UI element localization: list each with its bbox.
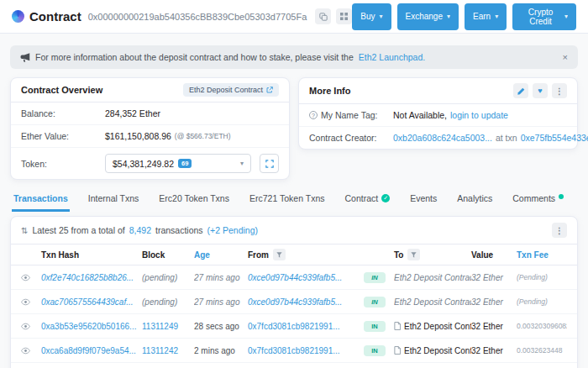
eth2-launchpad-link[interactable]: Eth2 Launchpad. bbox=[359, 52, 425, 62]
col-to: To bbox=[394, 249, 471, 260]
more-info-menu-button[interactable]: ⋮ bbox=[552, 83, 567, 98]
total-transactions-link[interactable]: 8,492 bbox=[129, 225, 151, 235]
contract-type-label: Eth2 Deposit Contract bbox=[189, 86, 263, 94]
eye-icon[interactable] bbox=[21, 274, 30, 281]
chevron-down-icon: ▾ bbox=[495, 13, 498, 20]
table-header: Txn Hash Block Age From To Value Txn Fee bbox=[11, 244, 577, 265]
token-dropdown[interactable]: $54,381,249.82 69 ▾ bbox=[105, 154, 251, 173]
tab-analytics[interactable]: Analytics bbox=[455, 190, 494, 212]
from-address-link[interactable]: 0xce0d97b44c939fafb5... bbox=[248, 297, 342, 307]
tab-erc721-token-txns[interactable]: Erc721 Token Txns bbox=[248, 190, 327, 212]
sort-icon: ⇅ bbox=[21, 226, 28, 235]
to-filter-button[interactable] bbox=[407, 249, 420, 260]
chevron-down-icon: ▾ bbox=[447, 13, 450, 20]
tab-contract[interactable]: Contract✓ bbox=[343, 190, 391, 212]
heart-icon: ♥ bbox=[538, 87, 542, 95]
login-to-update-link[interactable]: login to update bbox=[450, 110, 508, 120]
txn-table-body: 0xf2e740c16825b8b26... (pending) 27 mins… bbox=[11, 265, 577, 368]
token-total-value: $54,381,249.82 bbox=[113, 159, 174, 169]
crypto-credit-button[interactable]: Crypto Credit▾ bbox=[512, 3, 576, 30]
pencil-icon bbox=[517, 87, 525, 95]
table-row: 0x1d1a3815273eb9836... 11311239 2 mins a… bbox=[11, 363, 577, 368]
topbar: Contract 0x00000000219ab540356cBB839Cbe0… bbox=[0, 0, 588, 34]
copy-address-button[interactable] bbox=[315, 8, 331, 24]
kebab-icon: ⋮ bbox=[555, 226, 564, 235]
ether-value: $161,150,808.96 bbox=[105, 131, 171, 141]
eye-icon[interactable] bbox=[21, 323, 30, 330]
qr-code-button[interactable] bbox=[336, 8, 352, 24]
balance-label: Balance: bbox=[21, 108, 105, 118]
transactions-menu-button[interactable]: ⋮ bbox=[552, 223, 567, 238]
block-link[interactable]: (pending) bbox=[142, 273, 177, 282]
external-link-icon bbox=[266, 87, 273, 93]
age-text: 28 secs ago bbox=[194, 322, 248, 331]
direction-badge: IN bbox=[364, 345, 386, 356]
to-contract: Eth2 Deposit Contract bbox=[394, 346, 471, 355]
txn-hash-link[interactable]: 0xa3b53e95620b50166... bbox=[41, 322, 136, 331]
from-address-link[interactable]: 0xce0d97b44c939fafb5... bbox=[248, 273, 342, 282]
col-txn-hash: Txn Hash bbox=[41, 250, 142, 260]
to-contract: Eth2 Deposit Contract bbox=[394, 273, 471, 282]
banner-text: For more information about the deposit c… bbox=[35, 52, 354, 62]
txn-hash-link[interactable]: 0xac706575564439caf... bbox=[41, 297, 134, 307]
ether-value-row: Ether Value: $161,150,808.96 (@ $566.73/… bbox=[11, 125, 289, 148]
block-link[interactable]: 11311242 bbox=[142, 346, 178, 355]
from-address-link[interactable]: 0x7fcd3081cb9821991... bbox=[248, 322, 340, 331]
value-text: 32 Ether bbox=[471, 322, 517, 331]
edit-name-tag-button[interactable] bbox=[513, 83, 528, 98]
txn-fee-text: 0.003203096082 bbox=[517, 322, 567, 330]
tab-transactions[interactable]: Transactions bbox=[12, 190, 70, 212]
notification-dot bbox=[559, 194, 564, 199]
contract-doc-icon bbox=[394, 346, 401, 355]
topbar-actions: Buy▾Exchange▾Earn▾Crypto Credit▾ bbox=[352, 3, 576, 30]
eye-icon[interactable] bbox=[21, 347, 30, 355]
chevron-down-icon: ▾ bbox=[564, 13, 568, 20]
qr-code-icon bbox=[340, 13, 348, 20]
verified-check-icon: ✓ bbox=[381, 194, 390, 202]
contract-type-badge[interactable]: Eth2 Deposit Contract bbox=[183, 83, 279, 97]
chevron-down-icon: ▾ bbox=[240, 160, 244, 167]
from-address-link[interactable]: 0x7fcd3081cb9821991... bbox=[248, 346, 340, 355]
token-row: Token: $54,381,249.82 69 ▾ bbox=[11, 148, 289, 179]
tab-erc20-token-txns[interactable]: Erc20 Token Txns bbox=[157, 190, 231, 212]
table-row: 0xf2e740c16825b8b26... (pending) 27 mins… bbox=[11, 265, 577, 290]
creation-txn-link[interactable]: 0xe75fb554e433e0376... bbox=[521, 133, 588, 143]
exchange-button[interactable]: Exchange▾ bbox=[397, 3, 459, 30]
buy-button[interactable]: Buy▾ bbox=[352, 3, 391, 30]
tab-comments[interactable]: Comments bbox=[511, 190, 565, 212]
banner-close-button[interactable]: × bbox=[563, 52, 568, 62]
token-count-badge: 69 bbox=[178, 159, 192, 168]
overview-cards-row: Contract Overview Eth2 Deposit Contract … bbox=[10, 77, 578, 180]
txn-hash-link[interactable]: 0xca6a8d9f9f079e9a54... bbox=[41, 346, 136, 355]
kebab-icon: ⋮ bbox=[555, 87, 564, 96]
name-tag-row: ? My Name Tag: Not Available, login to u… bbox=[299, 104, 577, 127]
col-age[interactable]: Age bbox=[194, 250, 248, 260]
creator-address-link[interactable]: 0xb20a608c624ca5003... bbox=[393, 133, 492, 143]
balance-value: 284,352 Ether bbox=[105, 108, 279, 118]
favorite-button[interactable]: ♥ bbox=[533, 83, 548, 98]
from-filter-button[interactable] bbox=[273, 249, 286, 260]
eye-icon[interactable] bbox=[21, 298, 30, 306]
summary-prefix: Latest 25 from a total of bbox=[32, 225, 124, 235]
txn-fee-text: (Pending) bbox=[517, 297, 567, 306]
pending-transactions-link[interactable]: (+2 Pending) bbox=[207, 225, 258, 235]
tabs: TransactionsInternal TxnsErc20 Token Txn… bbox=[10, 190, 578, 212]
value-text: 32 Ether bbox=[471, 273, 517, 282]
earn-button[interactable]: Earn▾ bbox=[465, 3, 507, 30]
tab-internal-txns[interactable]: Internal Txns bbox=[87, 190, 141, 212]
to-contract: Eth2 Deposit Contract bbox=[394, 322, 471, 331]
tab-events[interactable]: Events bbox=[408, 190, 438, 212]
txn-hash-link[interactable]: 0xf2e740c16825b8b26... bbox=[41, 273, 134, 282]
block-link[interactable]: (pending) bbox=[142, 297, 177, 307]
etherscan-contract-page: { "topbar": { "title": "Contract", "addr… bbox=[0, 0, 588, 368]
block-link[interactable]: 11311249 bbox=[142, 322, 178, 331]
more-info-card: More Info ♥ ⋮ ? My Name Tag: bbox=[298, 77, 578, 150]
filter-icon bbox=[411, 252, 417, 258]
expand-icon bbox=[265, 160, 274, 168]
token-expand-button[interactable] bbox=[260, 154, 279, 173]
col-txn-fee[interactable]: Txn Fee bbox=[517, 250, 567, 260]
age-text: 27 mins ago bbox=[194, 273, 248, 282]
ether-value-label: Ether Value: bbox=[21, 131, 105, 141]
age-text: 27 mins ago bbox=[194, 297, 248, 307]
page-title: Contract bbox=[29, 9, 81, 24]
